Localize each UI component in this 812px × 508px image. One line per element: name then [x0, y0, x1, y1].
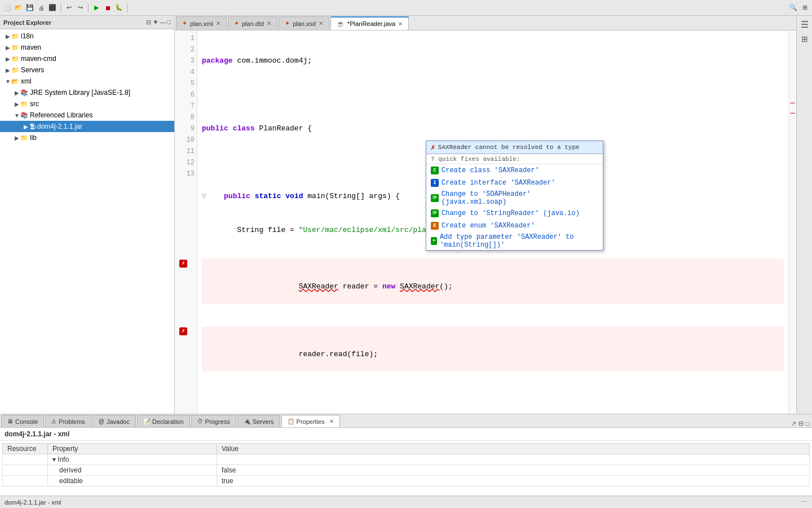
editor-area: ✦ plan.xml ✕ ✦ plan.dtd ✕ ✦ plan.xsd ✕ ☕… — [175, 16, 796, 414]
tab-close-plan-xml[interactable]: ✕ — [216, 20, 220, 27]
problems-label: Problems — [59, 418, 85, 425]
bottom-tab-servers[interactable]: 🔌 Servers — [237, 415, 280, 427]
create-enum-icon: E — [431, 222, 439, 230]
tree-item-xml[interactable]: ▼ 📂 xml — [0, 76, 174, 87]
tree-arrow-xml[interactable]: ▼ — [5, 78, 11, 85]
create-enum-link[interactable]: Create enum 'SAXReader' — [442, 222, 535, 230]
popup-item-create-enum[interactable]: E Create enum 'SAXReader' — [426, 220, 603, 232]
src-icon: 📁 — [20, 100, 28, 108]
problems-icon: ⚠ — [51, 418, 56, 424]
fold-arrow-5[interactable]: ▽ — [202, 192, 206, 200]
bottom-tab-properties[interactable]: 📋 Properties ✕ — [281, 415, 340, 427]
code-line-7: ✗ SAXReader reader = new SAXReader(); — [202, 259, 784, 304]
java-file-icon: ☕ — [337, 20, 345, 28]
bottom-tab-console[interactable]: 🖥 Console — [1, 415, 44, 427]
toolbar-undo-icon[interactable]: ↩ — [64, 3, 74, 13]
bottom-tabs: 🖥 Console ⚠ Problems @ Javadoc 📝 Declara… — [1, 415, 341, 427]
tab-label-xsd: plan.xsd — [293, 20, 316, 27]
toolbar-props-icon[interactable]: ⬛ — [47, 3, 58, 13]
sidebar-collapse-icon[interactable]: ⊟ — [146, 19, 151, 26]
bottom-tab-problems[interactable]: ⚠ Problems — [45, 415, 91, 427]
toolbar-run-icon[interactable]: ▶ — [91, 3, 102, 13]
tree-item-dom4j[interactable]: ▶ 🗜 dom4j-2.1.1.jar — [0, 121, 174, 132]
progress-icon: ⏱ — [197, 418, 203, 424]
panel-action-icon-1[interactable]: ↗ — [791, 420, 796, 427]
toolbar-redo-icon[interactable]: ↪ — [75, 3, 85, 13]
tab-planreader[interactable]: ☕ *PlanReader.java ✕ — [330, 16, 409, 30]
popup-item-change-stringreader[interactable]: ⟳ Change to 'StringReader' (java.io) — [426, 207, 603, 220]
toolbar-grid-icon[interactable]: ⊞ — [800, 3, 810, 13]
bottom-tab-progress[interactable]: ⏱ Progress — [191, 415, 236, 427]
right-icon-grid[interactable]: ⊞ — [798, 33, 811, 45]
popup-item-change-soap[interactable]: ⟳ Change to 'SOAPHeader' (javax.xml.soap… — [426, 189, 603, 207]
tree-label-jre: JRE System Library [JavaSE-1.8] — [30, 89, 130, 97]
toolbar-save-icon[interactable]: 💾 — [25, 3, 35, 13]
tree-item-maven[interactable]: ▶ 📁 maven — [0, 42, 174, 53]
tree-item-i18n[interactable]: ▶ 📁 i18n — [0, 30, 174, 42]
tab-plan-xsd[interactable]: ✦ plan.xsd ✕ — [279, 16, 329, 30]
tree-item-servers[interactable]: ▶ 📁 Servers — [0, 64, 174, 76]
sidebar-menu-icon[interactable]: ▼ — [152, 19, 158, 26]
change-stringreader-link[interactable]: Change to 'StringReader' (java.io) — [442, 209, 580, 217]
tree-arrow-reflibs[interactable]: ▼ — [14, 112, 20, 119]
javadoc-label: Javadoc — [107, 418, 130, 425]
tab-plan-xml[interactable]: ✦ plan.xml ✕ — [176, 16, 227, 30]
sidebar-maximize-icon[interactable]: □ — [167, 19, 171, 26]
tree-item-jre[interactable]: ▶ 📚 JRE System Library [JavaSE-1.8] — [0, 87, 174, 98]
sidebar-minimize-icon[interactable]: — — [160, 19, 166, 26]
tree-label-lib: lib — [30, 134, 37, 142]
tree-arrow-maven-cmd[interactable]: ▶ — [5, 56, 11, 62]
add-type-icon: + — [431, 237, 437, 245]
tab-close-plan-dtd[interactable]: ✕ — [267, 20, 271, 27]
toolbar-stop-icon[interactable]: ⏹ — [103, 3, 113, 13]
popup-item-create-class[interactable]: C Create class 'SAXReader' — [426, 164, 603, 177]
panel-action-icon-2[interactable]: ⊟ — [798, 420, 804, 427]
toolbar-search-icon[interactable]: 🔍 — [788, 3, 798, 13]
status-right: ⋯ — [801, 498, 807, 506]
create-interface-link[interactable]: Create interface 'SAXReader' — [442, 179, 555, 187]
tab-close-planreader[interactable]: ✕ — [398, 21, 403, 27]
toolbar-icon-2[interactable]: 📂 — [14, 3, 24, 13]
error-marker-8: ✗ — [179, 327, 187, 335]
panel-action-icon-3[interactable]: □ — [806, 421, 810, 427]
prop-property-info: ▾ Info — [48, 454, 217, 465]
properties-title: dom4j-2.1.1.jar - xml — [0, 428, 812, 441]
tree-arrow-dom4j[interactable]: ▶ — [23, 124, 29, 130]
toolbar-new-icon[interactable]: ⬜ — [2, 3, 12, 13]
tree-arrow-i18n[interactable]: ▶ — [5, 33, 11, 40]
tree-arrow-src[interactable]: ▶ — [14, 101, 20, 107]
create-class-link[interactable]: Create class 'SAXReader' — [442, 167, 539, 174]
properties-close-icon[interactable]: ✕ — [329, 418, 334, 424]
jar-icon: 🗜 — [29, 123, 36, 130]
toolbar-sep-1 — [60, 3, 61, 12]
code-line-9 — [202, 394, 784, 405]
toolbar-debug-icon[interactable]: 🐛 — [114, 3, 124, 13]
tree-arrow-jre[interactable]: ▶ — [14, 90, 20, 96]
tree-item-src[interactable]: ▶ 📁 src — [0, 98, 174, 110]
code-editor[interactable]: 1 2 3 4 5 6 7 8 9 10 11 12 13 — [175, 30, 796, 414]
popup-item-add-type[interactable]: + Add type parameter 'SAXReader' to 'mai… — [426, 232, 603, 250]
tree-arrow-servers[interactable]: ▶ — [5, 67, 11, 73]
popup-error-text: SAXReader cannot be resolved to a type — [438, 144, 580, 151]
change-soap-link[interactable]: Change to 'SOAPHeader' (javax.xml.soap) — [442, 190, 598, 206]
tab-close-plan-xsd[interactable]: ✕ — [319, 20, 323, 27]
tree-label-reflibs: Referenced Libraries — [30, 111, 92, 119]
tree-item-maven-cmd[interactable]: ▶ 📁 maven-cmd — [0, 53, 174, 64]
bottom-tab-declaration[interactable]: 📝 Declaration — [137, 415, 190, 427]
tree-item-lib[interactable]: ▶ 📁 lib — [0, 132, 174, 143]
toolbar-print-icon[interactable]: 🖨 — [36, 3, 46, 13]
prop-resource-editable — [3, 476, 48, 487]
tree-arrow-lib[interactable]: ▶ — [14, 135, 20, 141]
tree-item-reflibs[interactable]: ▼ 📚 Referenced Libraries — [0, 110, 174, 121]
right-icon-top[interactable]: ☰ — [798, 18, 811, 30]
folder-icon-xml: 📂 — [11, 78, 19, 85]
tab-plan-dtd[interactable]: ✦ plan.dtd ✕ — [228, 16, 277, 30]
error-marker-7: ✗ — [179, 260, 187, 268]
sidebar-tree: ▶ 📁 i18n ▶ 📁 maven ▶ 📁 maven-cmd — [0, 29, 174, 414]
bottom-tab-javadoc[interactable]: @ Javadoc — [92, 415, 136, 427]
add-type-link[interactable]: Add type parameter 'SAXReader' to 'main(… — [440, 233, 598, 249]
tree-arrow-maven[interactable]: ▶ — [5, 45, 11, 51]
status-dots-icon[interactable]: ⋯ — [801, 498, 807, 506]
popup-item-create-interface[interactable]: I Create interface 'SAXReader' — [426, 177, 603, 189]
tree-label: i18n — [21, 32, 34, 40]
